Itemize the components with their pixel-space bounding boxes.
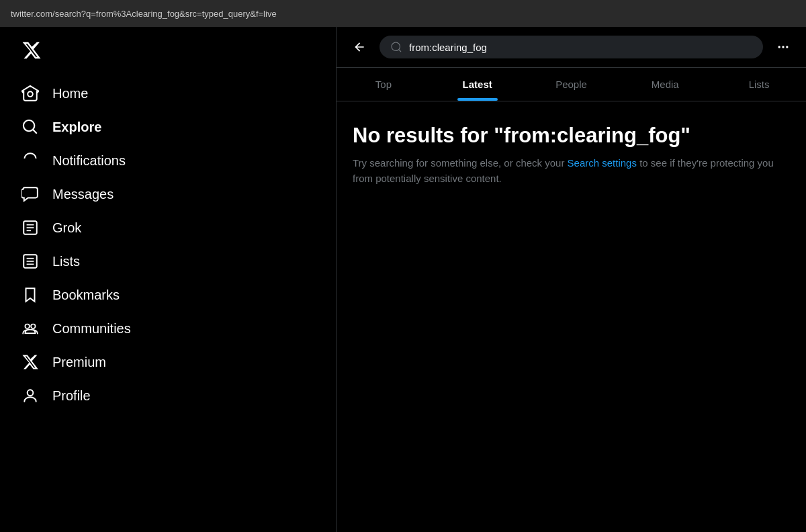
sidebar-item-profile[interactable]: Profile <box>11 379 325 412</box>
address-bar: twitter.com/search?q=from%3Aclearing_fog… <box>0 0 806 27</box>
explore-label: Explore <box>52 120 101 135</box>
search-input[interactable] <box>409 42 752 53</box>
back-button[interactable] <box>347 35 371 59</box>
bookmarks-icon <box>21 286 39 304</box>
explore-icon <box>21 118 39 136</box>
search-header <box>337 27 806 68</box>
search-bar[interactable] <box>379 36 763 58</box>
svg-point-13 <box>786 46 788 48</box>
svg-point-11 <box>778 46 780 48</box>
more-button[interactable] <box>771 35 795 59</box>
sidebar-item-bookmarks[interactable]: Bookmarks <box>11 278 325 312</box>
search-icon <box>390 41 402 53</box>
search-tabs: Top Latest People Media Lists <box>337 68 806 101</box>
messages-label: Messages <box>52 187 114 202</box>
no-results-description: Try searching for something else, or che… <box>353 156 790 186</box>
sidebar-item-communities[interactable]: Communities <box>11 312 325 345</box>
home-icon <box>21 85 39 102</box>
tab-media[interactable]: Media <box>618 68 712 101</box>
svg-point-8 <box>25 324 30 329</box>
notifications-label: Notifications <box>52 153 126 169</box>
url-text: twitter.com/search?q=from%3Aclearing_fog… <box>11 9 277 19</box>
tab-lists[interactable]: Lists <box>712 68 806 101</box>
communities-label: Communities <box>52 321 131 337</box>
more-dots-icon <box>776 40 790 54</box>
sidebar-item-notifications[interactable]: Notifications <box>11 144 325 177</box>
sidebar-item-premium[interactable]: Premium <box>11 345 325 379</box>
tab-latest[interactable]: Latest <box>431 68 525 101</box>
no-results-title: No results for "from:clearing_fog" <box>353 123 790 148</box>
sidebar: Home Explore Notifications <box>0 27 336 532</box>
home-label: Home <box>52 86 88 101</box>
profile-icon <box>21 387 39 404</box>
search-settings-link[interactable]: Search settings <box>568 157 637 169</box>
sidebar-item-grok[interactable]: Grok <box>11 211 325 245</box>
grok-icon <box>21 219 39 236</box>
tab-top[interactable]: Top <box>337 68 431 101</box>
sidebar-item-explore[interactable]: Explore <box>11 110 325 144</box>
sidebar-item-lists[interactable]: Lists <box>11 245 325 278</box>
bookmarks-label: Bookmarks <box>52 287 120 303</box>
x-logo[interactable] <box>11 32 325 71</box>
main-content: Top Latest People Media Lists No results… <box>336 27 806 532</box>
back-arrow-icon <box>353 40 366 54</box>
notifications-icon <box>21 152 39 169</box>
sidebar-item-messages[interactable]: Messages <box>11 177 325 211</box>
sidebar-item-home[interactable]: Home <box>11 77 325 110</box>
svg-point-12 <box>782 46 784 48</box>
svg-point-9 <box>31 324 36 329</box>
svg-point-10 <box>28 390 34 396</box>
profile-label: Profile <box>52 388 91 404</box>
premium-icon <box>21 353 39 371</box>
no-results-section: No results for "from:clearing_fog" Try s… <box>337 101 806 208</box>
tab-people[interactable]: People <box>525 68 619 101</box>
messages-icon <box>21 185 39 203</box>
sidebar-nav: Home Explore Notifications <box>11 77 325 412</box>
grok-label: Grok <box>52 220 81 236</box>
lists-label: Lists <box>52 254 80 269</box>
communities-icon <box>21 320 39 337</box>
x-logo-icon <box>21 40 42 60</box>
lists-icon <box>21 253 39 270</box>
premium-label: Premium <box>52 355 106 370</box>
